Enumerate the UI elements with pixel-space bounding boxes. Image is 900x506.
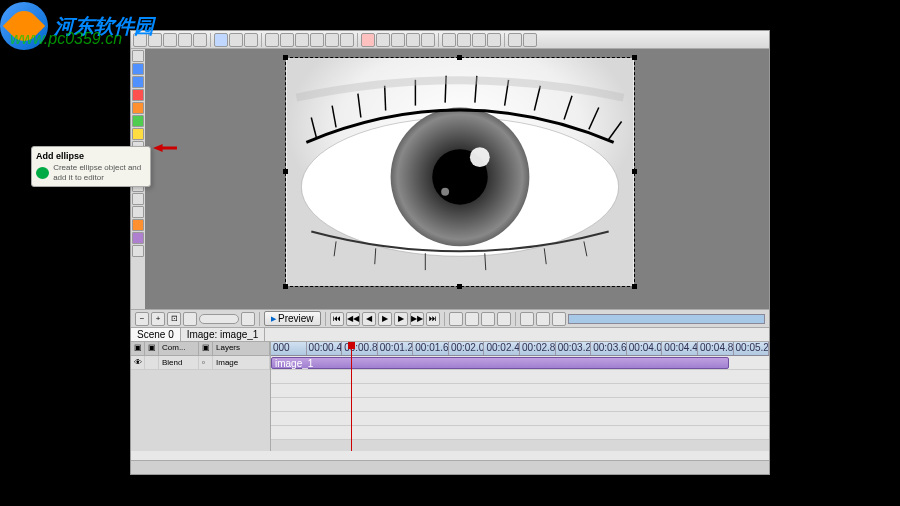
zoom-in-icon[interactable]: + [151, 312, 165, 326]
status-bar [131, 460, 769, 474]
layer-toggle-icon[interactable]: ▣ [131, 342, 145, 355]
rect-tool-icon[interactable] [132, 63, 144, 75]
track-row[interactable] [271, 412, 769, 426]
toolbar-icon[interactable] [244, 33, 258, 47]
toolbar-icon[interactable] [340, 33, 354, 47]
toolbar-icon[interactable] [310, 33, 324, 47]
tool-icon[interactable] [481, 312, 495, 326]
layer-header-layers: Layers [213, 342, 270, 355]
toolbar-icon[interactable] [229, 33, 243, 47]
tool-icon[interactable] [520, 312, 534, 326]
image-tab[interactable]: Image: image_1 [181, 328, 266, 341]
toolbar-icon[interactable] [391, 33, 405, 47]
tool-icon[interactable] [497, 312, 511, 326]
ellipse-tool-icon[interactable] [132, 115, 144, 127]
tool-icon[interactable] [241, 312, 255, 326]
track-row[interactable] [271, 426, 769, 440]
blend-mode[interactable]: Blend [159, 356, 199, 369]
layer-toggle-icon[interactable]: ▣ [199, 342, 213, 355]
layers-column: ▣ ▣ Com... ▣ Layers 👁 Blend ▫ Image [131, 342, 271, 451]
main-toolbar [131, 31, 769, 49]
svg-point-5 [441, 188, 449, 196]
toolbar-icon[interactable] [406, 33, 420, 47]
scrubber[interactable] [568, 314, 765, 324]
preview-toolbar: − + ⊡ Preview ⏮ ◀◀ ◀ ▶ ▶ ▶▶ ⏭ [131, 309, 769, 327]
resize-handle[interactable] [457, 55, 462, 60]
resize-handle[interactable] [283, 169, 288, 174]
loop-icon[interactable] [449, 312, 463, 326]
layer-icon: ▫ [199, 356, 213, 369]
visibility-icon[interactable]: 👁 [131, 356, 145, 369]
tool-icon[interactable] [183, 312, 197, 326]
toolbar-icon[interactable] [361, 33, 375, 47]
resize-handle[interactable] [632, 169, 637, 174]
watermark-url: www.pc0359.cn [10, 30, 122, 48]
tool-icon[interactable] [465, 312, 479, 326]
play-icon[interactable]: ▶ [378, 312, 392, 326]
toolbar-icon[interactable] [523, 33, 537, 47]
forward-icon[interactable]: ▶▶ [410, 312, 424, 326]
zoom-out-icon[interactable]: − [135, 312, 149, 326]
next-frame-icon[interactable]: ▶ [394, 312, 408, 326]
toolbar-icon[interactable] [472, 33, 486, 47]
pen-tool-icon[interactable] [132, 102, 144, 114]
tooltip-text: Create ellipse object and add it to edit… [53, 163, 146, 182]
selected-object[interactable] [285, 57, 635, 287]
annotation-arrow [153, 144, 177, 152]
toolbar-icon[interactable] [178, 33, 192, 47]
toolbar-icon[interactable] [421, 33, 435, 47]
toolbar-icon[interactable] [280, 33, 294, 47]
toolbar-icon[interactable] [265, 33, 279, 47]
color-tool-icon[interactable] [132, 128, 144, 140]
timeline-clip[interactable]: image_1 [271, 357, 729, 369]
tracks-column: 000 00:00.400 00:00.800 00:01.201 00:01.… [271, 342, 769, 451]
line-tool-icon[interactable] [132, 89, 144, 101]
brush-tool-icon[interactable] [132, 219, 144, 231]
scene-tab[interactable]: Scene 0 [131, 328, 181, 341]
toolbar-icon[interactable] [295, 33, 309, 47]
shape-tool-icon[interactable] [132, 76, 144, 88]
layer-row[interactable]: 👁 Blend ▫ Image [131, 356, 270, 370]
rewind-full-icon[interactable]: ⏮ [330, 312, 344, 326]
playhead[interactable] [351, 342, 352, 451]
rewind-icon[interactable]: ◀◀ [346, 312, 360, 326]
forward-full-icon[interactable]: ⏭ [426, 312, 440, 326]
canvas[interactable] [145, 49, 769, 309]
prev-frame-icon[interactable]: ◀ [362, 312, 376, 326]
resize-handle[interactable] [283, 55, 288, 60]
tool-icon[interactable] [552, 312, 566, 326]
layer-toggle-icon[interactable]: ▣ [145, 342, 159, 355]
node2-tool-icon[interactable] [132, 193, 144, 205]
clip-label: image_1 [275, 358, 313, 369]
layer-header-com: Com... [159, 342, 199, 355]
toolbar-icon[interactable] [376, 33, 390, 47]
track-row[interactable] [271, 384, 769, 398]
tooltip: Add ellipse Create ellipse object and ad… [31, 146, 151, 187]
track-row[interactable] [271, 398, 769, 412]
time-ruler[interactable]: 000 00:00.400 00:00.800 00:01.201 00:01.… [271, 342, 769, 356]
svg-point-4 [470, 147, 490, 167]
toolbar-icon[interactable] [442, 33, 456, 47]
resize-handle[interactable] [632, 284, 637, 289]
export-tool-icon[interactable] [132, 245, 144, 257]
resize-handle[interactable] [283, 284, 288, 289]
tooltip-title: Add ellipse [36, 151, 146, 161]
track-row[interactable] [271, 370, 769, 384]
node3-tool-icon[interactable] [132, 206, 144, 218]
timeline-tabs: Scene 0 Image: image_1 [131, 327, 769, 341]
toolbar-icon[interactable] [325, 33, 339, 47]
toolbar-icon[interactable] [214, 33, 228, 47]
toolbar-icon[interactable] [508, 33, 522, 47]
zoom-fit-icon[interactable]: ⊡ [167, 312, 181, 326]
resize-handle[interactable] [457, 284, 462, 289]
resize-handle[interactable] [632, 55, 637, 60]
toolbar-icon[interactable] [193, 33, 207, 47]
slider[interactable] [199, 314, 239, 324]
tool-icon[interactable] [536, 312, 550, 326]
music-tool-icon[interactable] [132, 232, 144, 244]
layer-type: Image [213, 356, 270, 369]
preview-button[interactable]: Preview [264, 311, 321, 326]
toolbar-icon[interactable] [487, 33, 501, 47]
toolbar-icon[interactable] [457, 33, 471, 47]
track-row[interactable]: image_1 [271, 356, 769, 370]
